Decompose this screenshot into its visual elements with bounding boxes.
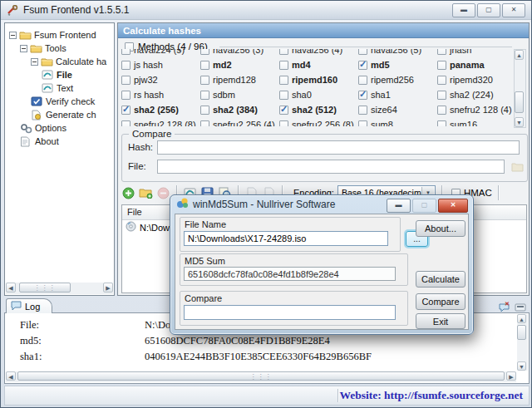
hash-method-ripemd128[interactable]: ripemd128 — [200, 72, 279, 87]
hash-method-sha2-384[interactable]: sha2 (384) — [200, 102, 279, 117]
hash-checkbox[interactable] — [358, 49, 367, 55]
about-button[interactable]: About... — [416, 220, 466, 237]
scroll-right-icon[interactable]: ▶ — [103, 283, 113, 292]
hash-method-sha2-512[interactable]: sha2 (512) — [279, 102, 358, 117]
maximize-icon[interactable]: ▢ — [477, 3, 500, 17]
scroll-left-icon[interactable]: ◀ — [6, 283, 16, 292]
compare-button[interactable]: Compare — [416, 293, 466, 310]
dialog-file-name-input[interactable] — [184, 231, 388, 246]
collapse-expander-icon[interactable] — [20, 45, 27, 52]
tree-item-options[interactable]: Options — [5, 121, 114, 135]
add-folder-icon[interactable] — [139, 186, 153, 200]
log-horizontal-scrollbar[interactable]: ◀ ▶ ⋮⋮⋮ — [6, 371, 516, 382]
tree-item-calculate-ha[interactable]: Calculate ha — [5, 55, 114, 68]
compare-file-input[interactable] — [157, 160, 505, 174]
close-icon[interactable]: ✕ — [502, 3, 525, 17]
hash-method-ripemd256[interactable]: ripemd256 — [358, 72, 437, 87]
hash-method-haval224-5[interactable]: haval224 (5) — [121, 49, 200, 57]
hash-method-sha1[interactable]: sha1 — [358, 87, 437, 102]
log-vertical-scrollbar[interactable]: ▲ ▼ — [517, 314, 528, 371]
hash-checkbox[interactable] — [279, 76, 288, 85]
compare-hash-input[interactable] — [157, 140, 520, 155]
hash-checkbox[interactable] — [200, 76, 209, 85]
dialog-minimize-icon[interactable]: ▬ — [387, 199, 411, 213]
hash-checkbox[interactable] — [279, 106, 288, 115]
tree-item-text[interactable]: Text — [5, 81, 114, 95]
hash-method-snefru2-256-4[interactable]: snefru2 256 (4) — [200, 117, 279, 126]
hash-list-scrollbar[interactable]: ▲ ▼ — [514, 49, 526, 128]
hash-method-snefru2-128-8[interactable]: snefru2 128 (8) — [121, 117, 200, 126]
calculate-button[interactable]: Calculate — [416, 271, 466, 288]
hash-method-sha0[interactable]: sha0 — [279, 87, 358, 102]
hash-method-sum16[interactable]: sum16 — [437, 117, 512, 126]
hash-method-jhash[interactable]: jhash — [437, 49, 512, 57]
hash-checkbox[interactable] — [358, 91, 367, 100]
hash-method-size64[interactable]: size64 — [358, 102, 437, 117]
hash-checkbox[interactable] — [358, 76, 367, 85]
collapse-expander-icon[interactable] — [31, 58, 38, 66]
hash-checkbox[interactable] — [279, 91, 288, 100]
hash-checkbox[interactable] — [358, 120, 367, 127]
hash-method-ripemd320[interactable]: ripemd320 — [437, 72, 512, 87]
hash-method-sum8[interactable]: sum8 — [358, 117, 437, 126]
tree-item-verify-check[interactable]: Verify check — [5, 95, 114, 108]
hash-checkbox[interactable] — [121, 49, 131, 55]
scroll-down-icon[interactable]: ▼ — [517, 361, 526, 371]
collapse-log-icon[interactable] — [515, 300, 526, 315]
tree-item-generate-ch[interactable]: Generate ch — [5, 108, 114, 121]
dialog-close-icon[interactable]: ✕ — [438, 199, 468, 213]
hash-checkbox[interactable] — [121, 91, 131, 100]
hash-method-md5[interactable]: md5 — [358, 57, 437, 72]
hash-checkbox[interactable] — [121, 76, 131, 85]
scroll-up-icon[interactable]: ▲ — [517, 314, 526, 323]
remove-icon[interactable] — [156, 186, 170, 200]
hash-checkbox[interactable] — [437, 61, 446, 70]
tree-item-about[interactable]: About — [5, 135, 114, 148]
hash-checkbox[interactable] — [200, 61, 209, 70]
hash-checkbox[interactable] — [121, 106, 131, 115]
hash-method-sha2-256[interactable]: sha2 (256) — [121, 102, 200, 117]
hash-checkbox[interactable] — [200, 106, 209, 115]
hash-method-sha2-224[interactable]: sha2 (224) — [437, 87, 512, 102]
tree-item-fsum-frontend[interactable]: Fsum Frontend — [5, 28, 114, 42]
scroll-thumb[interactable] — [515, 91, 524, 113]
website-link[interactable]: Website: http://fsumfe.sourceforge.net — [339, 389, 523, 402]
hash-method-js-hash[interactable]: js hash — [121, 57, 200, 72]
hash-checkbox[interactable] — [437, 106, 446, 115]
hash-checkbox[interactable] — [358, 106, 367, 115]
hash-checkbox[interactable] — [437, 91, 446, 100]
tab-log[interactable]: Log — [6, 298, 52, 313]
hash-checkbox[interactable] — [121, 61, 131, 70]
collapse-expander-icon[interactable] — [9, 32, 17, 39]
hash-checkbox[interactable] — [200, 91, 209, 100]
hash-method-snefru2-256-8[interactable]: snefru2 256 (8) — [279, 117, 358, 126]
hash-method-ripemd160[interactable]: ripemd160 — [279, 72, 358, 87]
hash-checkbox[interactable] — [437, 120, 446, 127]
dialog-compare-input[interactable] — [184, 305, 396, 320]
hash-checkbox[interactable] — [437, 49, 446, 55]
scroll-left-icon[interactable]: ◀ — [6, 371, 16, 381]
hash-method-haval256-3[interactable]: haval256 (3) — [200, 49, 279, 57]
hash-checkbox[interactable] — [437, 76, 446, 85]
hash-checkbox[interactable] — [121, 120, 131, 127]
scroll-down-icon[interactable]: ▼ — [515, 117, 524, 127]
tree-horizontal-scrollbar[interactable]: ◀ ▶ ⋮⋮⋮ — [6, 283, 113, 294]
hash-method-rs-hash[interactable]: rs hash — [121, 87, 200, 102]
hash-method-snefru2-128-4[interactable]: snefru2 128 (4) — [437, 102, 512, 117]
hash-checkbox[interactable] — [279, 120, 288, 127]
add-file-icon[interactable] — [121, 186, 135, 200]
minimize-icon[interactable]: ▬ — [452, 3, 475, 17]
tree-item-tools[interactable]: Tools — [5, 42, 114, 55]
hash-method-sdbm[interactable]: sdbm — [200, 87, 279, 102]
scroll-thumb[interactable] — [517, 325, 526, 340]
scroll-right-icon[interactable]: ▶ — [506, 371, 516, 381]
hash-checkbox[interactable] — [200, 120, 209, 127]
dialog-maximize-icon[interactable]: ▢ — [412, 199, 436, 213]
hash-checkbox[interactable] — [200, 49, 209, 55]
scroll-up-icon[interactable]: ▲ — [515, 50, 524, 60]
hash-method-md4[interactable]: md4 — [279, 57, 358, 72]
clear-log-icon[interactable]: ✕ — [498, 300, 510, 315]
hash-method-haval256-5[interactable]: haval256 (5) — [358, 49, 437, 57]
hash-checkbox[interactable] — [279, 61, 288, 70]
hash-method-panama[interactable]: panama — [437, 57, 512, 72]
